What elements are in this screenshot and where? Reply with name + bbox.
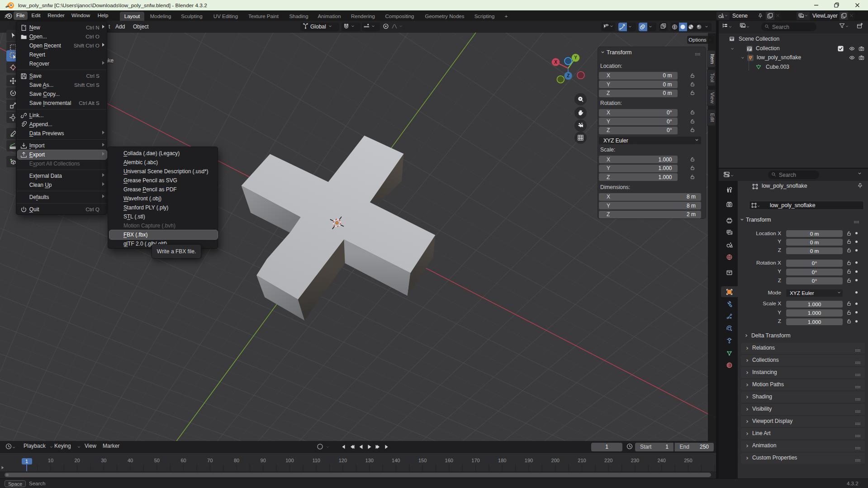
file-menu-item-link[interactable]: Link... — [18, 111, 107, 120]
outliner-filter-id-dropdown[interactable] — [740, 23, 750, 30]
npanel-scale-x-lock-icon[interactable] — [690, 156, 695, 163]
snap-magnet-icon[interactable] — [343, 23, 349, 30]
expander-chevron-icon[interactable] — [740, 55, 745, 62]
file-menu-item-quit[interactable]: QuitCtrl Q — [18, 205, 107, 214]
timeline-ruler[interactable]: 1020304050607080901001101201301401501601… — [0, 453, 716, 464]
animate-dot[interactable] — [855, 232, 858, 234]
subpanel-delta-transform[interactable]: Delta Transform — [751, 332, 791, 339]
hide-in-viewport-eye-icon[interactable] — [849, 46, 855, 53]
jump-to-start-button[interactable] — [338, 442, 347, 451]
workspace-tab-rendering[interactable]: Rendering — [347, 12, 379, 21]
panel-grip-icon[interactable] — [855, 420, 861, 426]
outliner-row-scene-collection[interactable]: Scene Collection — [719, 35, 868, 44]
file-menu-item-open[interactable]: Open...Ctrl O — [18, 32, 107, 41]
outliner-filter-dropdown[interactable] — [839, 23, 849, 30]
prop-value-field[interactable]: 0 m — [786, 247, 843, 255]
prop-value-field[interactable]: 1.000 — [786, 318, 843, 326]
npanel-rotation-mode-dropdown[interactable]: XYZ Euler — [599, 137, 701, 144]
auto-keying-dropdown[interactable] — [326, 444, 330, 450]
properties-search-input[interactable] — [779, 171, 820, 179]
expander-chevron-icon[interactable] — [730, 46, 735, 52]
proportional-edit-icon[interactable] — [383, 23, 389, 31]
panel-grip-icon[interactable] — [855, 371, 861, 378]
shading-rendered-button[interactable] — [695, 23, 703, 31]
prop-lock-icon[interactable] — [846, 239, 852, 246]
remove-viewlayer-button[interactable] — [848, 12, 855, 20]
properties-tab-material[interactable] — [721, 360, 738, 370]
workspace-tab-uv-editing[interactable]: UV Editing — [209, 12, 242, 21]
file-menu-item-new[interactable]: NewCtrl N — [18, 23, 107, 32]
maximize-button[interactable] — [829, 0, 844, 10]
viewlayer-browse-button[interactable] — [797, 12, 810, 20]
file-menu-item-open-recent[interactable]: Open RecentShift Ctrl O — [18, 41, 107, 50]
properties-tab-data[interactable] — [721, 347, 738, 358]
end-frame-field[interactable]: End250 — [674, 443, 714, 451]
npanel-collapse-chevron[interactable] — [600, 50, 606, 56]
export-menu-item-fbx[interactable]: FBX (.fbx) — [109, 230, 218, 239]
export-menu-item-collada[interactable]: Collada (.dae) (Legacy) — [109, 149, 218, 158]
outliner-row-collection[interactable]: Collection — [719, 44, 868, 53]
use-preview-range-clock-icon[interactable] — [626, 443, 633, 451]
file-menu-item-recover[interactable]: Recover — [18, 59, 107, 68]
file-menu-item-export[interactable]: Export — [18, 150, 107, 159]
panel-header-shading[interactable]: Shading — [741, 392, 865, 403]
prop-lock-icon[interactable] — [846, 247, 852, 254]
properties-search-field[interactable] — [768, 171, 819, 179]
timeline-menu-view[interactable]: View — [85, 443, 96, 449]
outliner-row-cube-003[interactable]: Cube.003 — [719, 63, 868, 72]
current-frame-field[interactable]: 1 — [591, 443, 622, 451]
npanel-location-y-field[interactable]: Y0 m — [599, 81, 678, 88]
show-overlays-toggle[interactable] — [639, 23, 647, 31]
export-menu-item-grease-pencil-as-svg[interactable]: Grease Pencil as SVG — [109, 176, 218, 185]
timeline-scrollbar[interactable] — [0, 471, 716, 479]
object-name-field[interactable]: low_poly_snoflake — [749, 201, 864, 210]
prop-lock-icon[interactable] — [846, 260, 852, 267]
npanel-scale-y-lock-icon[interactable] — [690, 165, 695, 172]
prop-value-field[interactable]: 1.000 — [786, 301, 843, 308]
properties-tab-tool[interactable] — [721, 184, 738, 195]
prop-value-field[interactable]: 0° — [786, 260, 843, 267]
panel-grip-icon[interactable] — [855, 359, 861, 365]
collection-checkbox[interactable] — [838, 46, 844, 53]
export-menu-item-stl[interactable]: STL (.stl) — [109, 212, 218, 221]
prop-value-field[interactable]: 0 m — [786, 230, 843, 237]
export-menu-item-alembic[interactable]: Alembic (.abc) — [109, 158, 218, 167]
new-collection-button[interactable] — [857, 23, 863, 30]
delta-transform-chevron[interactable] — [744, 333, 749, 339]
timeline-expand-arrow-icon[interactable] — [1, 465, 5, 471]
file-menu-item-save-as[interactable]: Save As...Shift Ctrl S — [18, 81, 107, 90]
workspace-tab-shading[interactable]: Shading — [285, 12, 313, 21]
file-menu-item-revert[interactable]: Revert — [18, 50, 107, 59]
gizmo-x-neg-axis[interactable] — [577, 71, 584, 79]
file-menu-item-export-all-collections[interactable]: Export All Collections — [18, 159, 107, 168]
outliner-search-input[interactable] — [772, 23, 813, 31]
outliner-item-label[interactable]: Collection — [756, 45, 780, 52]
npanel-scale-z-lock-icon[interactable] — [690, 174, 695, 181]
panel-header-collections[interactable]: Collections — [741, 355, 865, 366]
outliner-item-label[interactable]: low_poly_snoflake — [757, 54, 801, 61]
file-menu-item-external-data[interactable]: External Data — [18, 171, 107, 180]
npanel-location-x-lock-icon[interactable] — [690, 73, 695, 80]
animate-dot[interactable] — [855, 270, 858, 273]
prop-lock-icon[interactable] — [846, 318, 852, 325]
proportional-edit-group[interactable] — [383, 23, 404, 31]
panel-header-line-art[interactable]: Line Art — [741, 428, 865, 439]
unlink-scene-button[interactable] — [774, 12, 781, 20]
npanel-rotation-z-field[interactable]: Z0° — [599, 127, 678, 134]
zoom-button[interactable] — [574, 93, 587, 105]
workspace-tab-geometry-nodes[interactable]: Geometry Nodes — [421, 12, 468, 21]
properties-tab-output[interactable] — [721, 215, 738, 226]
panel-grip-icon[interactable] — [855, 408, 861, 414]
object-menu[interactable]: Object — [133, 24, 149, 30]
start-frame-field[interactable]: Start1 — [635, 443, 674, 451]
file-menu-item-defaults[interactable]: Defaults — [18, 193, 107, 202]
viewlayer-name-field[interactable]: ViewLayer — [810, 12, 840, 20]
hide-in-viewport-eye-icon[interactable] — [849, 55, 855, 62]
play-button[interactable] — [365, 442, 374, 451]
npanel-dimensions-y-field[interactable]: Y8 m — [599, 202, 701, 209]
panel-header-motion-paths[interactable]: Motion Paths — [741, 379, 865, 390]
navigation-gizmo[interactable]: XYZ — [550, 50, 586, 86]
toggle-xray-button[interactable] — [659, 23, 668, 31]
timeline-scrollbar-thumb[interactable] — [5, 473, 711, 477]
outliner-search-field[interactable] — [761, 23, 816, 31]
